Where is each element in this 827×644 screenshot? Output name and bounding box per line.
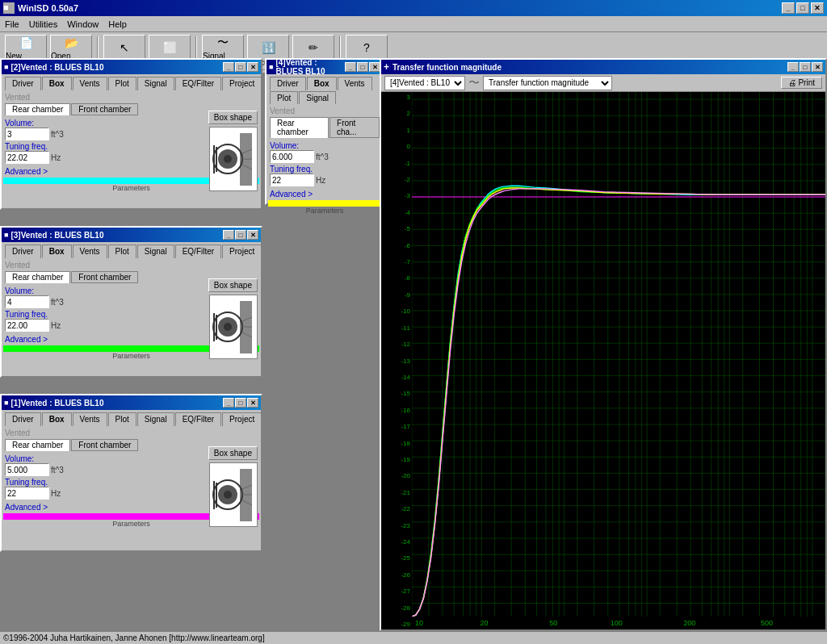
win3-tab-box[interactable]: Box <box>42 245 72 258</box>
win4-close[interactable]: ✕ <box>369 62 380 72</box>
win3-close[interactable]: ✕ <box>247 230 258 240</box>
svg-point-12 <box>224 323 232 331</box>
chart-container: 3 2 1 0 -1 -2 -3 -4 -5 -6 -7 -8 -9 -10 -… <box>381 92 825 629</box>
win2-tab-project[interactable]: Project <box>222 77 262 90</box>
win3-tab-plot[interactable]: Plot <box>108 245 136 258</box>
win3-titlebar: ■ [3]Vented : BLUES BL10 _ □ ✕ <box>2 228 261 242</box>
menu-help[interactable]: Help <box>103 18 132 31</box>
calculators-icon: 🔢 <box>258 39 278 56</box>
win1-box-shape-button[interactable]: Box shape <box>208 446 258 460</box>
win1-volume-input[interactable] <box>5 463 49 476</box>
win2-front-chamber-tab[interactable]: Front chamber <box>71 103 138 115</box>
win4-tab-box[interactable]: Box <box>307 77 337 90</box>
win1-tab-vents[interactable]: Vents <box>73 412 107 426</box>
window-1: ■ [1]Vented : BLUES BL10 _ □ ✕ Driver Bo… <box>0 394 262 552</box>
win2-tab-driver[interactable]: Driver <box>5 77 41 90</box>
win4-tab-vents[interactable]: Vents <box>338 77 372 90</box>
minimize-button[interactable]: _ <box>782 2 795 14</box>
x-label-10: 10 <box>415 619 423 627</box>
win2-close[interactable]: ✕ <box>247 62 258 72</box>
win1-rear-chamber-tab[interactable]: Rear chamber <box>5 439 70 451</box>
win3-tab-eqfilter[interactable]: EQ/Filter <box>175 245 221 258</box>
win3-tab-signal[interactable]: Signal <box>137 245 174 258</box>
win4-tab-plot[interactable]: Plot <box>270 91 298 104</box>
win4-tab-signal[interactable]: Signal <box>299 91 336 104</box>
menu-utilities[interactable]: Utilities <box>24 18 62 31</box>
win2-volume-input[interactable] <box>5 128 49 140</box>
win2-tab-plot[interactable]: Plot <box>108 77 136 90</box>
win4-volume-unit: ft^3 <box>316 153 329 161</box>
win1-tab-plot[interactable]: Plot <box>108 412 136 426</box>
win1-tab-eqfilter[interactable]: EQ/Filter <box>175 412 221 426</box>
y-label-n7: -7 <box>381 258 412 266</box>
win3-rear-chamber-tab[interactable]: Rear chamber <box>5 271 70 283</box>
win3-tab-driver[interactable]: Driver <box>5 245 41 258</box>
win1-tab-project[interactable]: Project <box>222 412 262 426</box>
win2-tab-eqfilter[interactable]: EQ/Filter <box>175 77 221 90</box>
win4-tuning-group: Tuning freq. Hz <box>270 165 380 186</box>
win2-minimize[interactable]: _ <box>223 62 234 72</box>
win1-close[interactable]: ✕ <box>247 398 258 408</box>
win2-tab-signal[interactable]: Signal <box>137 77 174 90</box>
window-4: ■ [4]Vented : BLUES BL10 _ □ ✕ Driver Bo… <box>265 58 384 205</box>
win2-tab-vents[interactable]: Vents <box>73 77 107 90</box>
win3-tuning-input[interactable] <box>5 319 49 332</box>
win4-box-content: Vented Rear chamber Front cha... Volume:… <box>267 103 383 199</box>
tf-close[interactable]: ✕ <box>812 62 823 72</box>
y-label-n17: -17 <box>381 423 412 430</box>
win2-tab-box[interactable]: Box <box>42 77 72 90</box>
close-button[interactable]: ✕ <box>811 2 824 14</box>
win2-box-content: Vented Rear chamber Front chamber Volume… <box>2 90 261 176</box>
win4-advanced-button[interactable]: Advanced > <box>270 190 380 199</box>
app-titlebar: ■ WinISD 0.50a7 _ □ ✕ <box>0 0 827 16</box>
y-label-n4: -4 <box>381 209 412 216</box>
menu-window[interactable]: Window <box>62 18 103 31</box>
win4-tab-driver[interactable]: Driver <box>270 77 306 90</box>
win1-tuning-input[interactable] <box>5 487 49 500</box>
win3-volume-input[interactable] <box>5 295 49 308</box>
x-label-500: 500 <box>761 619 773 627</box>
win1-front-chamber-tab[interactable]: Front chamber <box>71 439 138 451</box>
win2-rear-chamber-tab[interactable]: Rear chamber <box>5 103 70 115</box>
menu-file[interactable]: File <box>0 18 24 31</box>
win3-tab-vents[interactable]: Vents <box>73 245 107 258</box>
signal-gen-icon: 〜 <box>213 36 233 50</box>
win3-box-shape-button[interactable]: Box shape <box>208 278 258 292</box>
tf-maximize[interactable]: □ <box>800 62 811 72</box>
win1-tab-signal[interactable]: Signal <box>137 412 174 426</box>
y-label-n15: -15 <box>381 390 412 397</box>
tf-minimize[interactable]: _ <box>787 62 799 72</box>
y-label-n12: -12 <box>381 341 412 348</box>
win1-minimize[interactable]: _ <box>223 398 234 408</box>
win1-tab-driver[interactable]: Driver <box>5 412 41 426</box>
win3-minimize[interactable]: _ <box>223 230 234 240</box>
tf-function-dropdown[interactable]: Transfer function magnitude <box>483 76 612 90</box>
win1-speaker-diagram <box>209 462 258 527</box>
open-project-icon: 📂 <box>61 36 81 50</box>
win2-controls: _ □ ✕ <box>223 62 258 72</box>
win4-rear-chamber-tab[interactable]: Rear chamber <box>270 117 329 138</box>
tf-print-button[interactable]: 🖨 Print <box>781 77 822 89</box>
win2-maximize[interactable]: □ <box>235 62 246 72</box>
win3-maximize[interactable]: □ <box>235 230 246 240</box>
win4-volume-row: ft^3 <box>270 150 380 163</box>
status-text: ©1996-2004 Juha Hartikainen, Janne Ahone… <box>3 634 265 642</box>
tf-titlebar: + Transfer function magnitude _ □ ✕ <box>381 60 825 74</box>
win3-tab-project[interactable]: Project <box>222 245 262 258</box>
win2-tuning-input[interactable] <box>5 151 49 164</box>
tf-series-dropdown[interactable]: [4]Vented : BL10 <box>384 76 465 90</box>
win3-front-chamber-tab[interactable]: Front chamber <box>71 271 138 283</box>
win1-tab-box[interactable]: Box <box>42 412 72 426</box>
y-label-n23: -23 <box>381 522 412 529</box>
new-project-icon: 📄 <box>16 36 36 50</box>
win3-volume-unit: ft^3 <box>51 298 64 307</box>
win4-tuning-input[interactable] <box>270 174 314 186</box>
win4-minimize[interactable]: _ <box>345 62 356 72</box>
maximize-button[interactable]: □ <box>796 2 809 14</box>
win4-maximize[interactable]: □ <box>357 62 368 72</box>
win3-tuning-unit: Hz <box>51 321 61 330</box>
win4-front-chamber-tab[interactable]: Front cha... <box>330 117 380 138</box>
win1-maximize[interactable]: □ <box>235 398 246 408</box>
win4-volume-input[interactable] <box>270 150 314 163</box>
win2-box-shape-button[interactable]: Box shape <box>208 111 258 124</box>
